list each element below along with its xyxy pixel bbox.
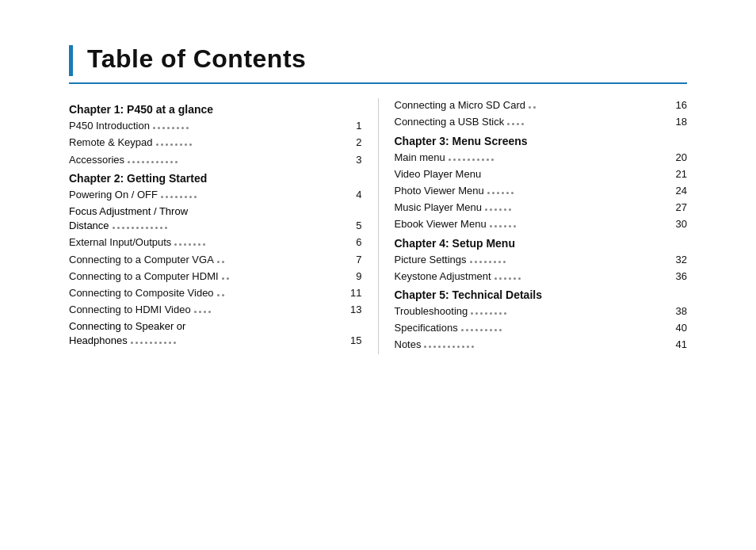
item-label: Photo Viewer Menu <box>395 184 484 198</box>
page: Table of Contents Chapter 1: P450 at a g… <box>37 21 719 529</box>
page-number: 1 <box>356 119 361 133</box>
list-item: Notes 41 <box>395 338 688 352</box>
item-label: Video Player Menu <box>395 167 482 181</box>
list-item: Focus Adjustment / Throw Distance 5 <box>69 204 362 233</box>
list-item: Connecting to Composite Video 11 <box>69 286 362 300</box>
list-item: Accessories 3 <box>69 153 362 167</box>
dot-leaders <box>222 277 353 281</box>
title-divider <box>69 82 687 84</box>
page-number: 30 <box>676 217 687 231</box>
item-label: Connecting to HDMI Video <box>69 303 191 317</box>
list-item: P450 Introduction 1 <box>69 119 362 133</box>
page-number: 16 <box>676 98 687 113</box>
item-label: Main menu <box>395 151 445 165</box>
item-label: Powering On / OFF <box>69 188 158 202</box>
item-label: Connecting to a Computer HDMI <box>69 269 219 284</box>
dot-leaders <box>449 159 673 162</box>
item-label: Connecting to a Computer VGA <box>69 253 214 267</box>
list-item: Connecting a Micro SD Card 16 <box>395 98 688 113</box>
item-label: Notes <box>395 338 422 352</box>
page-number: 36 <box>676 269 687 284</box>
list-item: Ebook Viewer Menu 30 <box>395 217 688 231</box>
page-title: Table of Contents <box>87 45 306 76</box>
list-item: Specifications 40 <box>395 321 688 335</box>
list-item: External Input/Outputs 6 <box>69 235 362 250</box>
dot-leaders <box>487 192 673 196</box>
title-section: Table of Contents <box>69 45 687 76</box>
dot-leaders <box>113 227 353 231</box>
list-item: Picture Settings 32 <box>395 253 688 267</box>
list-item: Keystone Adjustment 36 <box>395 269 688 284</box>
page-number: 38 <box>676 304 687 319</box>
dot-leaders <box>161 196 353 200</box>
list-item: Music Player Menu 27 <box>395 201 688 215</box>
dot-leaders <box>217 294 347 298</box>
page-number: 4 <box>356 188 361 202</box>
page-number: 7 <box>356 253 361 267</box>
item-label: Remote & Keypad <box>69 136 153 150</box>
page-number: 2 <box>356 136 361 150</box>
chapter5-heading: Chapter 5: Technical Details <box>395 288 688 301</box>
item-label: Focus Adjustment / Throw <box>69 204 188 219</box>
item-label: Troubleshooting <box>395 304 468 319</box>
chapter2-heading: Chapter 2: Getting Started <box>69 172 362 185</box>
dot-leaders <box>131 342 347 346</box>
dot-leaders <box>494 277 673 281</box>
item-label: Music Player Menu <box>395 201 483 215</box>
page-number: 6 <box>356 235 361 250</box>
dot-leaders <box>507 123 672 127</box>
item-label: Connecting a USB Stick <box>395 115 505 129</box>
list-item: Video Player Menu 21 <box>395 167 688 181</box>
page-number: 20 <box>676 151 687 165</box>
list-item: Photo Viewer Menu 24 <box>395 184 688 198</box>
dot-leaders <box>470 261 673 265</box>
item-label: Connecting a Micro SD Card <box>395 98 525 113</box>
item-label: Connecting to Composite Video <box>69 286 214 300</box>
dot-leaders <box>461 329 673 333</box>
page-number: 24 <box>676 184 687 198</box>
dot-leaders <box>217 261 353 265</box>
page-number: 41 <box>676 338 687 352</box>
chapter4-heading: Chapter 4: Setup Menu <box>395 237 688 250</box>
item-label: Accessories <box>69 153 124 167</box>
item-label: Specifications <box>395 321 458 335</box>
page-number: 13 <box>350 303 361 317</box>
item-label: Headphones <box>69 334 128 348</box>
page-number: 40 <box>676 321 687 335</box>
page-number: 21 <box>676 167 687 181</box>
dot-leaders <box>128 161 353 165</box>
list-item: Connecting to a Computer HDMI 9 <box>69 269 362 284</box>
right-column: Connecting a Micro SD Card 16 Connecting… <box>378 98 688 354</box>
page-number: 18 <box>676 115 687 129</box>
page-number: 9 <box>356 269 361 284</box>
list-item: Connecting to a Computer VGA 7 <box>69 253 362 267</box>
left-column: Chapter 1: P450 at a glance P450 Introdu… <box>69 98 378 354</box>
page-number: 3 <box>356 153 361 167</box>
list-item: Powering On / OFF 4 <box>69 188 362 202</box>
list-item: Connecting to HDMI Video 13 <box>69 303 362 317</box>
dot-leaders <box>174 243 353 247</box>
chapter1-heading: Chapter 1: P450 at a glance <box>69 103 362 116</box>
item-label: Connecting to Speaker or <box>69 320 185 332</box>
dot-leaders <box>424 346 672 349</box>
list-item: Main menu 20 <box>395 151 688 165</box>
page-number: 15 <box>350 334 361 348</box>
item-label: Ebook Viewer Menu <box>395 217 487 231</box>
dot-leaders <box>194 311 347 315</box>
dot-leaders <box>153 127 353 131</box>
list-item: Connecting a USB Stick 18 <box>395 115 688 129</box>
toc-content: Chapter 1: P450 at a glance P450 Introdu… <box>69 98 687 354</box>
item-label: Distance <box>69 219 109 233</box>
dot-leaders <box>529 106 673 110</box>
item-label: P450 Introduction <box>69 119 150 133</box>
page-number: 32 <box>676 253 687 267</box>
dot-leaders <box>485 208 672 212</box>
title-bar <box>69 45 73 76</box>
list-item: Connecting to Speaker or Headphones 15 <box>69 319 362 348</box>
item-label: Picture Settings <box>395 253 467 267</box>
dot-leaders <box>156 143 353 147</box>
page-number: 27 <box>676 201 687 215</box>
item-label: External Input/Outputs <box>69 235 171 250</box>
list-item: Troubleshooting 38 <box>395 304 688 319</box>
item-label: Keystone Adjustment <box>395 269 491 284</box>
